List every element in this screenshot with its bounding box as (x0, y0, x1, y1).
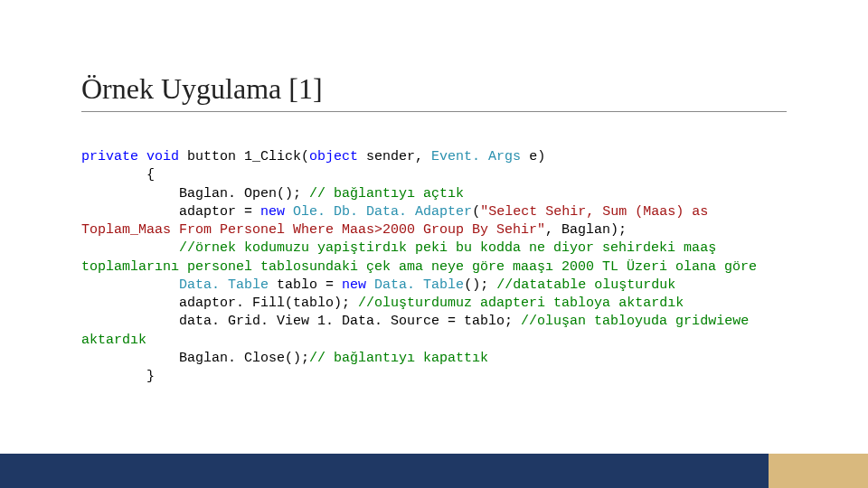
code-text: data. Grid. View 1. Data. Source = tablo… (81, 314, 521, 329)
code-text: (); (464, 277, 496, 293)
code-text: , Baglan); (545, 222, 627, 238)
code-text (285, 204, 293, 220)
slide: Örnek Uygulama [1] private void button 1… (0, 0, 868, 488)
code-text: { (81, 167, 155, 183)
code-text: button 1_Click( (179, 149, 309, 164)
code-text (81, 277, 179, 293)
code-text: tablo = (269, 277, 342, 293)
footer-band (0, 454, 868, 488)
code-text: sender, (358, 149, 431, 164)
code-comment: //oluşturdumuz adapteri tabloya aktardık (358, 296, 684, 311)
code-text: Baglan. Open(); (81, 186, 309, 202)
code-type: Data. Table (179, 277, 269, 293)
code-block: private void button 1_Click(object sende… (81, 148, 787, 386)
footer-gold (769, 454, 868, 488)
code-text: ( (472, 204, 480, 220)
code-text (366, 277, 374, 293)
code-text: adaptor = (81, 204, 260, 220)
code-keyword: private (81, 149, 138, 164)
code-text: adaptor. Fill(tablo); (81, 296, 358, 311)
code-keyword: object (309, 149, 358, 164)
code-type: Ole. Db. Data. Adapter (293, 204, 472, 220)
code-comment: //datatable oluşturduk (496, 277, 675, 293)
code-text: Baglan. Close(); (81, 351, 309, 366)
footer-blue (0, 454, 769, 488)
code-text: } (81, 369, 155, 384)
code-text: e) (521, 149, 545, 164)
code-type: Data. Table (374, 277, 464, 293)
code-comment: //örnek kodumuzu yapiştirdık peki bu kod… (81, 240, 757, 274)
code-keyword: void (138, 149, 179, 164)
slide-title: Örnek Uygulama [1] (81, 72, 787, 112)
code-comment: // bağlantıyı açtık (309, 186, 464, 202)
code-keyword: new (342, 277, 366, 293)
code-keyword: new (260, 204, 285, 220)
code-type: Event. Args (431, 149, 521, 164)
code-comment: // bağlantıyı kapattık (309, 351, 488, 366)
